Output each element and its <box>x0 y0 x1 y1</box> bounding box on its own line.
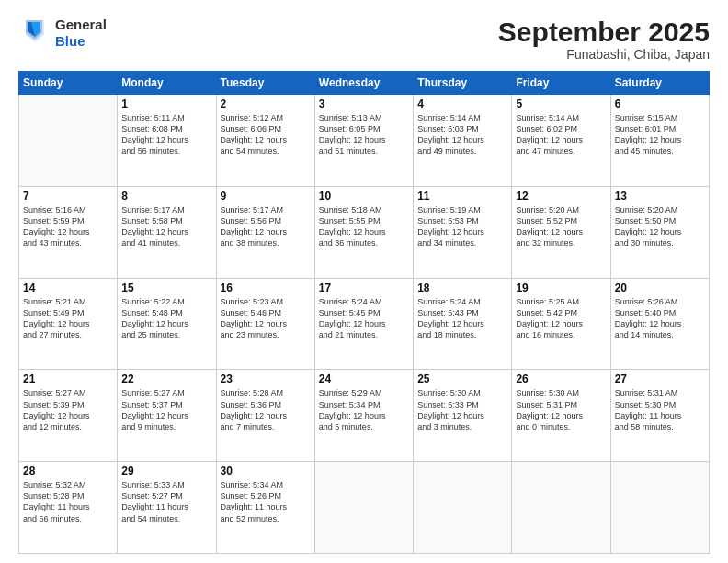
day-number: 24 <box>319 373 409 385</box>
day-info: Sunrise: 5:14 AM Sunset: 6:03 PM Dayligh… <box>417 112 507 157</box>
day-number: 27 <box>615 373 705 385</box>
day-number: 9 <box>221 190 311 202</box>
location: Funabashi, Chiba, Japan <box>498 47 710 62</box>
table-cell: 14Sunrise: 5:21 AM Sunset: 5:49 PM Dayli… <box>19 278 118 370</box>
day-number: 16 <box>221 282 311 294</box>
logo: General Blue <box>18 17 107 50</box>
table-cell: 27Sunrise: 5:31 AM Sunset: 5:30 PM Dayli… <box>610 370 709 462</box>
table-cell: 4Sunrise: 5:14 AM Sunset: 6:03 PM Daylig… <box>414 95 512 187</box>
table-cell: 9Sunrise: 5:17 AM Sunset: 5:56 PM Daylig… <box>216 186 314 278</box>
day-info: Sunrise: 5:17 AM Sunset: 5:58 PM Dayligh… <box>121 204 211 249</box>
day-number: 23 <box>221 373 311 385</box>
logo-text: General Blue <box>55 17 107 50</box>
calendar-header-row: Sunday Monday Tuesday Wednesday Thursday… <box>19 72 710 95</box>
header-thursday: Thursday <box>414 72 512 95</box>
day-info: Sunrise: 5:11 AM Sunset: 6:08 PM Dayligh… <box>121 112 211 157</box>
calendar-week-1: 1Sunrise: 5:11 AM Sunset: 6:08 PM Daylig… <box>19 95 710 187</box>
day-info: Sunrise: 5:30 AM Sunset: 5:33 PM Dayligh… <box>417 387 507 432</box>
day-info: Sunrise: 5:20 AM Sunset: 5:52 PM Dayligh… <box>516 204 606 249</box>
day-info: Sunrise: 5:12 AM Sunset: 6:06 PM Dayligh… <box>221 112 311 157</box>
title-block: September 2025 Funabashi, Chiba, Japan <box>498 17 710 62</box>
calendar-week-4: 21Sunrise: 5:27 AM Sunset: 5:39 PM Dayli… <box>19 370 710 462</box>
day-number: 13 <box>615 190 705 202</box>
table-cell: 6Sunrise: 5:15 AM Sunset: 6:01 PM Daylig… <box>610 95 709 187</box>
day-info: Sunrise: 5:29 AM Sunset: 5:34 PM Dayligh… <box>319 387 409 432</box>
header-friday: Friday <box>512 72 610 95</box>
table-cell: 24Sunrise: 5:29 AM Sunset: 5:34 PM Dayli… <box>314 370 413 462</box>
day-number: 1 <box>121 98 211 110</box>
logo-icon <box>18 17 51 50</box>
day-info: Sunrise: 5:22 AM Sunset: 5:48 PM Dayligh… <box>121 296 211 341</box>
table-cell: 17Sunrise: 5:24 AM Sunset: 5:45 PM Dayli… <box>314 278 413 370</box>
page: General Blue September 2025 Funabashi, C… <box>0 0 728 563</box>
day-number: 29 <box>121 465 211 477</box>
table-cell: 10Sunrise: 5:18 AM Sunset: 5:55 PM Dayli… <box>314 186 413 278</box>
day-info: Sunrise: 5:30 AM Sunset: 5:31 PM Dayligh… <box>516 387 606 432</box>
table-cell <box>414 462 512 554</box>
day-number: 7 <box>23 190 113 202</box>
day-info: Sunrise: 5:18 AM Sunset: 5:55 PM Dayligh… <box>319 204 409 249</box>
day-number: 11 <box>417 190 507 202</box>
calendar-week-2: 7Sunrise: 5:16 AM Sunset: 5:59 PM Daylig… <box>19 186 710 278</box>
day-number: 10 <box>319 190 409 202</box>
day-number: 15 <box>121 282 211 294</box>
table-cell: 23Sunrise: 5:28 AM Sunset: 5:36 PM Dayli… <box>216 370 314 462</box>
table-cell: 30Sunrise: 5:34 AM Sunset: 5:26 PM Dayli… <box>216 462 314 554</box>
header-monday: Monday <box>118 72 216 95</box>
table-cell: 8Sunrise: 5:17 AM Sunset: 5:58 PM Daylig… <box>118 186 216 278</box>
table-cell: 11Sunrise: 5:19 AM Sunset: 5:53 PM Dayli… <box>414 186 512 278</box>
table-cell: 15Sunrise: 5:22 AM Sunset: 5:48 PM Dayli… <box>118 278 216 370</box>
day-number: 30 <box>221 465 311 477</box>
day-number: 14 <box>23 282 113 294</box>
day-info: Sunrise: 5:26 AM Sunset: 5:40 PM Dayligh… <box>615 296 705 341</box>
day-number: 17 <box>319 282 409 294</box>
logo-general: General <box>55 17 107 33</box>
table-cell: 3Sunrise: 5:13 AM Sunset: 6:05 PM Daylig… <box>314 95 413 187</box>
day-number: 28 <box>23 465 113 477</box>
day-info: Sunrise: 5:19 AM Sunset: 5:53 PM Dayligh… <box>417 204 507 249</box>
calendar-week-5: 28Sunrise: 5:32 AM Sunset: 5:28 PM Dayli… <box>19 462 710 554</box>
table-cell: 7Sunrise: 5:16 AM Sunset: 5:59 PM Daylig… <box>19 186 118 278</box>
day-info: Sunrise: 5:16 AM Sunset: 5:59 PM Dayligh… <box>23 204 113 249</box>
day-info: Sunrise: 5:27 AM Sunset: 5:37 PM Dayligh… <box>121 387 211 432</box>
logo-blue: Blue <box>55 33 107 50</box>
table-cell: 25Sunrise: 5:30 AM Sunset: 5:33 PM Dayli… <box>414 370 512 462</box>
day-info: Sunrise: 5:28 AM Sunset: 5:36 PM Dayligh… <box>221 387 311 432</box>
day-info: Sunrise: 5:24 AM Sunset: 5:45 PM Dayligh… <box>319 296 409 341</box>
table-cell: 19Sunrise: 5:25 AM Sunset: 5:42 PM Dayli… <box>512 278 610 370</box>
day-number: 5 <box>516 98 606 110</box>
table-cell: 1Sunrise: 5:11 AM Sunset: 6:08 PM Daylig… <box>118 95 216 187</box>
table-cell: 26Sunrise: 5:30 AM Sunset: 5:31 PM Dayli… <box>512 370 610 462</box>
day-number: 12 <box>516 190 606 202</box>
table-cell: 29Sunrise: 5:33 AM Sunset: 5:27 PM Dayli… <box>118 462 216 554</box>
day-info: Sunrise: 5:24 AM Sunset: 5:43 PM Dayligh… <box>417 296 507 341</box>
table-cell: 28Sunrise: 5:32 AM Sunset: 5:28 PM Dayli… <box>19 462 118 554</box>
header: General Blue September 2025 Funabashi, C… <box>18 17 710 62</box>
day-number: 6 <box>615 98 705 110</box>
table-cell <box>512 462 610 554</box>
day-number: 22 <box>121 373 211 385</box>
day-info: Sunrise: 5:15 AM Sunset: 6:01 PM Dayligh… <box>615 112 705 157</box>
day-number: 21 <box>23 373 113 385</box>
table-cell <box>19 95 118 187</box>
calendar-table: Sunday Monday Tuesday Wednesday Thursday… <box>18 71 710 554</box>
day-number: 3 <box>319 98 409 110</box>
table-cell: 2Sunrise: 5:12 AM Sunset: 6:06 PM Daylig… <box>216 95 314 187</box>
day-number: 4 <box>417 98 507 110</box>
calendar-week-3: 14Sunrise: 5:21 AM Sunset: 5:49 PM Dayli… <box>19 278 710 370</box>
day-info: Sunrise: 5:20 AM Sunset: 5:50 PM Dayligh… <box>615 204 705 249</box>
table-cell: 20Sunrise: 5:26 AM Sunset: 5:40 PM Dayli… <box>610 278 709 370</box>
table-cell: 21Sunrise: 5:27 AM Sunset: 5:39 PM Dayli… <box>19 370 118 462</box>
day-number: 2 <box>221 98 311 110</box>
table-cell <box>610 462 709 554</box>
day-number: 19 <box>516 282 606 294</box>
day-number: 8 <box>121 190 211 202</box>
header-sunday: Sunday <box>19 72 118 95</box>
day-info: Sunrise: 5:32 AM Sunset: 5:28 PM Dayligh… <box>23 479 113 524</box>
day-number: 25 <box>417 373 507 385</box>
month-title: September 2025 <box>498 17 710 47</box>
day-info: Sunrise: 5:21 AM Sunset: 5:49 PM Dayligh… <box>23 296 113 341</box>
table-cell: 12Sunrise: 5:20 AM Sunset: 5:52 PM Dayli… <box>512 186 610 278</box>
day-info: Sunrise: 5:23 AM Sunset: 5:46 PM Dayligh… <box>221 296 311 341</box>
day-info: Sunrise: 5:14 AM Sunset: 6:02 PM Dayligh… <box>516 112 606 157</box>
